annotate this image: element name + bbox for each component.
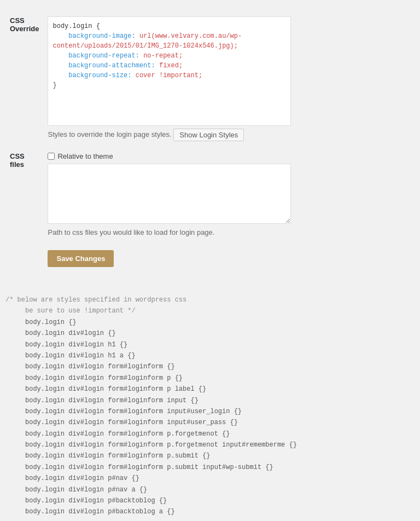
code-line-5: body.login div#login h1 a {}: [5, 350, 409, 361]
code-line-3: body.login div#login {}: [5, 328, 409, 339]
css-override-row: CSS Override body.login { background-ima…: [5, 11, 409, 147]
css-files-row: CSS files Relative to theme Path to css …: [5, 147, 409, 242]
css-override-label: CSS Override: [5, 11, 43, 147]
css-override-field: body.login { background-image: url(www.v…: [43, 11, 409, 147]
code-line-2: body.login {}: [5, 317, 409, 328]
code-line-7: body.login div#login form#loginform p {}: [5, 373, 409, 384]
save-row: Save Changes: [5, 242, 409, 273]
code-line-14: body.login div#login form#loginform p.su…: [5, 450, 409, 461]
css-files-help: Path to css files you would like to load…: [48, 228, 405, 236]
relative-to-theme-row: Relative to theme: [48, 152, 405, 160]
code-line-1: be sure to use !important */: [5, 305, 409, 316]
code-line-17: body.login div#login p#nav a {}: [5, 484, 409, 495]
css-override-display: body.login { background-image: url(www.v…: [48, 16, 291, 126]
code-line-8: body.login div#login form#loginform p la…: [5, 384, 409, 395]
code-line-19: body.login div#login p#backtoblog a {}: [5, 506, 409, 517]
code-line-4: body.login div#login h1 {}: [5, 339, 409, 350]
code-line-6: body.login div#login form#loginform {}: [5, 361, 409, 372]
code-line-18: body.login div#login p#backtoblog {}: [5, 495, 409, 506]
code-line-10: body.login div#login form#loginform inpu…: [5, 406, 409, 417]
code-line-13: body.login div#login form#loginform p.fo…: [5, 439, 409, 450]
page-wrapper: CSS Override body.login { background-ima…: [0, 0, 420, 521]
save-changes-button[interactable]: Save Changes: [48, 250, 114, 267]
code-preview: /* below are styles specified in wordpre…: [5, 289, 409, 521]
css-files-label: CSS files: [5, 147, 43, 242]
relative-to-theme-label[interactable]: Relative to theme: [57, 152, 113, 160]
css-override-help: Styles to override the login page styles…: [48, 129, 405, 141]
code-line-0: /* below are styles specified in wordpre…: [5, 294, 409, 305]
relative-to-theme-checkbox[interactable]: [48, 153, 55, 160]
code-line-15: body.login div#login form#loginform p.su…: [5, 462, 409, 473]
css-files-field: Relative to theme Path to css files you …: [43, 147, 409, 242]
code-line-12: body.login div#login form#loginform p.fo…: [5, 429, 409, 439]
code-line-16: body.login div#login p#nav {}: [5, 473, 409, 484]
code-line-11: body.login div#login form#loginform inpu…: [5, 417, 409, 428]
code-line-9: body.login div#login form#loginform inpu…: [5, 395, 409, 406]
css-files-textarea[interactable]: [48, 164, 291, 224]
show-login-styles-button[interactable]: Show Login Styles: [173, 129, 244, 141]
settings-table: CSS Override body.login { background-ima…: [5, 11, 409, 273]
